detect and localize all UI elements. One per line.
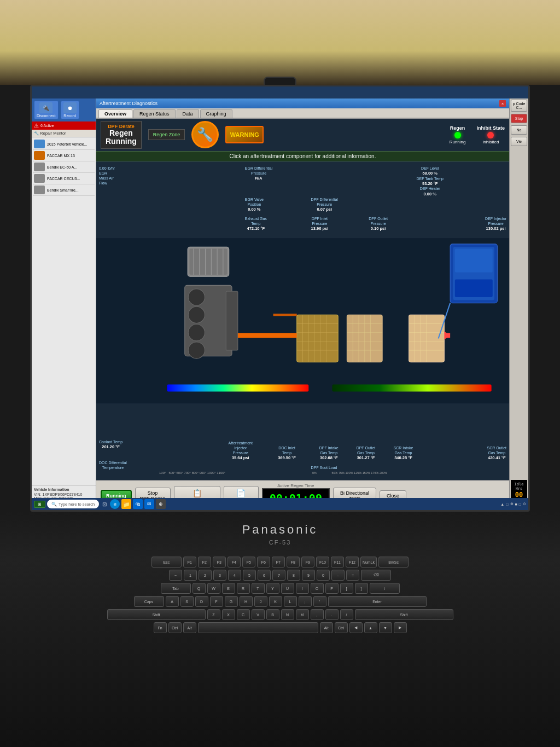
key-capslock[interactable]: Caps	[134, 596, 164, 607]
key-f6[interactable]: F6	[257, 557, 270, 568]
key-u[interactable]: U	[281, 583, 294, 594]
key-period[interactable]: .	[325, 609, 339, 620]
key-f3[interactable]: F3	[213, 557, 226, 568]
key-7[interactable]: 7	[272, 570, 285, 581]
key-fn[interactable]: Fn	[154, 622, 167, 633]
taskbar-mail-icon[interactable]: ✉	[144, 499, 154, 509]
key-f[interactable]: F	[210, 596, 223, 607]
taskview-button[interactable]: ⊡	[101, 501, 108, 507]
key-j[interactable]: J	[254, 596, 267, 607]
key-ctrl-left[interactable]: Ctrl	[168, 622, 182, 633]
vehicle-item-bendix[interactable]: Bendix EC-60 A...	[33, 161, 95, 173]
vehicle-item-paccar[interactable]: PACCAR MX 13	[33, 150, 95, 161]
key-backspace[interactable]: ⌫	[361, 570, 391, 581]
key-9[interactable]: 9	[302, 570, 315, 581]
key-f12[interactable]: F12	[346, 557, 359, 568]
key-numlk[interactable]: NumLk	[360, 557, 377, 568]
key-8[interactable]: 8	[287, 570, 300, 581]
key-esc[interactable]: Esc	[151, 557, 182, 568]
vehicle-item-tire[interactable]: Bendix SmarTire...	[33, 184, 95, 196]
key-semicolon[interactable]: ;	[299, 596, 312, 607]
key-4[interactable]: 4	[228, 570, 241, 581]
key-arrow-left[interactable]: ◀	[349, 622, 363, 633]
key-v[interactable]: V	[252, 609, 265, 620]
tab-regen-status[interactable]: Regen Status	[133, 109, 176, 118]
key-g[interactable]: G	[225, 596, 238, 607]
key-1[interactable]: 1	[184, 570, 197, 581]
key-minus[interactable]: -	[331, 570, 345, 581]
search-bar[interactable]: 🔍 Type here to search	[47, 500, 99, 508]
key-i[interactable]: I	[296, 583, 309, 594]
key-f11[interactable]: F11	[331, 557, 344, 568]
key-shift-right[interactable]: Shift	[355, 609, 453, 620]
taskbar-extra-icon[interactable]: ⊕	[156, 499, 166, 509]
key-equals[interactable]: =	[346, 570, 359, 581]
key-b[interactable]: B	[266, 609, 279, 620]
key-3[interactable]: 3	[213, 570, 226, 581]
key-o[interactable]: O	[311, 583, 324, 594]
taskbar-folder-icon[interactable]: 📁	[121, 499, 131, 509]
key-space[interactable]	[198, 622, 318, 633]
key-f4[interactable]: F4	[228, 557, 241, 568]
key-arrow-right[interactable]: ▶	[394, 622, 407, 633]
key-x[interactable]: X	[222, 609, 235, 620]
no-button[interactable]: No	[511, 125, 527, 135]
key-arrow-up[interactable]: ▲	[364, 622, 377, 633]
key-f2[interactable]: F2	[198, 557, 211, 568]
key-f1[interactable]: F1	[183, 557, 196, 568]
disconnect-button[interactable]: 🔌 Disconnect	[34, 101, 59, 119]
key-a[interactable]: A	[166, 596, 179, 607]
key-f5[interactable]: F5	[242, 557, 255, 568]
key-tilde[interactable]: ~	[169, 570, 182, 581]
key-c[interactable]: C	[237, 609, 250, 620]
vehicle-item-peterbilt[interactable]: 2015 Peterbilt Vehicle...	[33, 138, 95, 150]
key-5[interactable]: 5	[243, 570, 256, 581]
key-comma[interactable]: ,	[311, 609, 324, 620]
key-6[interactable]: 6	[258, 570, 271, 581]
key-y[interactable]: Y	[266, 583, 279, 594]
key-r[interactable]: R	[237, 583, 250, 594]
key-slash[interactable]: /	[340, 609, 353, 620]
key-quote[interactable]: '	[313, 596, 326, 607]
key-tab[interactable]: Tab	[161, 583, 191, 594]
key-enter[interactable]: Enter	[328, 596, 427, 607]
key-f8[interactable]: F8	[287, 557, 300, 568]
key-f9[interactable]: F9	[301, 557, 314, 568]
key-arrow-down[interactable]: ▼	[379, 622, 392, 633]
key-bracket-right[interactable]: ]	[355, 583, 368, 594]
key-d[interactable]: D	[195, 596, 208, 607]
key-0[interactable]: 0	[317, 570, 330, 581]
diagram-container[interactable]: 0.00 lb/hr EGR Mass Air Flow EGR Differe…	[96, 161, 509, 480]
stop-button[interactable]: Stop	[511, 114, 527, 123]
key-ctrl-right[interactable]: Ctrl	[335, 622, 348, 633]
window-close-button[interactable]: ×	[499, 100, 506, 107]
key-alt-right[interactable]: Alt	[320, 622, 333, 633]
key-alt-left[interactable]: Alt	[183, 622, 196, 633]
tab-overview[interactable]: Overview	[98, 109, 132, 118]
key-f10[interactable]: F10	[316, 557, 329, 568]
p-code-button[interactable]: p Code C...	[511, 100, 527, 112]
taskbar-edge-icon[interactable]: e	[110, 499, 120, 509]
key-2[interactable]: 2	[199, 570, 212, 581]
key-w[interactable]: W	[207, 583, 220, 594]
tab-graphing[interactable]: Graphing	[200, 109, 232, 118]
key-shift-left[interactable]: Shift	[107, 609, 206, 620]
key-l[interactable]: L	[284, 596, 297, 607]
key-q[interactable]: Q	[192, 583, 206, 594]
key-k[interactable]: K	[269, 596, 282, 607]
key-h[interactable]: H	[240, 596, 253, 607]
engine-warning-icon[interactable]: 🔧	[191, 121, 219, 148]
key-e[interactable]: E	[222, 583, 235, 594]
key-m[interactable]: M	[296, 609, 309, 620]
key-backslash[interactable]: \	[370, 583, 400, 594]
key-bracket-left[interactable]: [	[340, 583, 353, 594]
key-break[interactable]: BrkSc	[378, 557, 409, 568]
key-s[interactable]: S	[180, 596, 194, 607]
start-button[interactable]: ⊞	[34, 501, 45, 508]
taskbar-store-icon[interactable]: 🛍	[133, 499, 143, 509]
key-z[interactable]: Z	[207, 609, 220, 620]
tab-data[interactable]: Data	[177, 109, 199, 118]
key-t[interactable]: T	[252, 583, 265, 594]
view-button[interactable]: Vie	[511, 137, 527, 146]
record-button[interactable]: ⏺ Record	[61, 101, 79, 119]
